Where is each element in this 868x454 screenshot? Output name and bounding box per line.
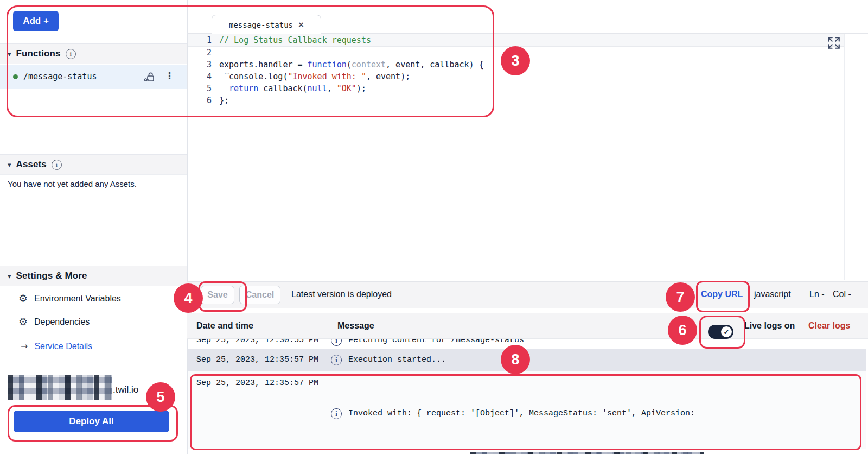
fullscreen-expand-icon[interactable]: [827, 36, 841, 50]
code-fold-marker[interactable]: …: [224, 68, 231, 75]
add-button[interactable]: Add +: [13, 11, 59, 31]
code-text: );: [356, 84, 366, 93]
protected-lock-icon[interactable]: [143, 71, 156, 84]
code-string: "OK": [337, 84, 356, 93]
code-text: callback(: [258, 84, 307, 93]
editor-status-bar: Save Cancel Latest version is deployed C…: [187, 281, 868, 308]
code-text: (: [347, 60, 352, 70]
divider: [7, 337, 181, 337]
divider: [0, 362, 187, 362]
code-text: exports.handler =: [219, 60, 308, 70]
log-row-fetching[interactable]: Sep 25, 2023, 12:30:55 PM i Fetching con…: [188, 339, 866, 349]
annotation-badge-6: 6: [668, 316, 697, 345]
annotation-badge-7: 7: [666, 282, 695, 312]
log-text: Invoked with: { request: '[Object]', Mes…: [348, 409, 695, 418]
live-logs-toggle[interactable]: ✓: [708, 325, 733, 339]
code-keyword: null: [308, 84, 327, 93]
assets-title: Assets: [16, 159, 47, 170]
save-button[interactable]: Save: [201, 286, 234, 304]
code-param: context: [352, 60, 386, 70]
code-keyword: return: [229, 84, 258, 93]
kebab-menu-icon[interactable]: ⋮: [165, 70, 174, 81]
log-message: Fetching content for /message-status: [348, 339, 524, 345]
line-number: 5: [188, 84, 219, 93]
sidebar-item-environment-variables[interactable]: ⚙ Environment Variables: [18, 293, 121, 304]
close-icon[interactable]: ×: [298, 20, 304, 29]
line-number: 1: [188, 35, 219, 45]
function-path: /message-status: [23, 72, 97, 81]
language-indicator: javascript: [754, 289, 791, 299]
chevron-down-icon[interactable]: ▾: [8, 161, 11, 169]
tab-message-status[interactable]: message-status ×: [212, 15, 321, 34]
log-time: Sep 25, 2023, 12:35:57 PM: [196, 355, 318, 364]
settings-section-header[interactable]: ▾ Settings & More: [0, 266, 187, 286]
annotation-badge-4: 4: [174, 283, 203, 313]
code-text: , event);: [366, 72, 410, 81]
cancel-button[interactable]: Cancel: [239, 286, 280, 304]
info-icon[interactable]: i: [52, 160, 62, 170]
sidebar-item-label: Dependencies: [34, 317, 90, 327]
service-details-link[interactable]: Service Details: [34, 342, 92, 351]
tab-label: message-status: [229, 21, 293, 29]
twilio-functions-editor: Add + ▾ Functions i /message-status ⋮ ▾ …: [0, 0, 868, 454]
log-row-invoked-with[interactable]: Sep 25, 2023, 12:35:57 PM i Invoked with…: [188, 371, 866, 449]
settings-title: Settings & More: [16, 270, 87, 281]
log-line: '2010-04-01', SmsSid: 'SM', SmsStatus: '…: [348, 452, 806, 454]
chevron-down-icon[interactable]: ▾: [8, 50, 11, 58]
code-comment: // Log Status Callback requests: [219, 35, 371, 45]
functions-title: Functions: [16, 48, 61, 59]
redacted-domain-name: [8, 375, 112, 400]
code-text: };: [219, 96, 229, 105]
code-line-5: 5 return callback(null, "OK");: [188, 83, 844, 94]
gear-icon: ⚙: [18, 317, 28, 327]
assets-section-header[interactable]: ▾ Assets i: [0, 154, 187, 175]
functions-section-header[interactable]: ▾ Functions i: [0, 43, 187, 64]
column-indicator: Col -: [833, 289, 851, 299]
editor-scroll-gutter[interactable]: [844, 34, 845, 280]
sidebar-item-service-details[interactable]: → Service Details: [21, 341, 92, 351]
annotation-badge-3: 3: [501, 46, 530, 75]
info-icon: i: [331, 355, 342, 365]
code-text: , event, callback) {: [386, 60, 484, 70]
sidebar-item-dependencies[interactable]: ⚙ Dependencies: [18, 317, 90, 327]
info-icon: i: [331, 408, 342, 419]
log-line: Invoked with: { request: '[Object]', Mes…: [348, 406, 806, 421]
deployed-dot-icon: [13, 74, 18, 79]
copy-url-link[interactable]: Copy URL: [701, 289, 743, 299]
log-message: Execution started...: [348, 355, 446, 364]
assets-empty-text: You have not yet added any Assets.: [8, 179, 137, 188]
line-indicator: Ln -: [809, 289, 825, 299]
line-number: 3: [188, 60, 219, 70]
log-time: Sep 25, 2023, 12:30:55 PM: [196, 339, 318, 345]
log-time: Sep 25, 2023, 12:35:57 PM: [196, 379, 318, 388]
deploy-all-button[interactable]: Deploy All: [14, 411, 169, 432]
code-keyword: function: [308, 60, 347, 70]
info-icon: i: [331, 339, 342, 346]
line-number: 4: [188, 72, 219, 81]
code-text: ,: [327, 84, 337, 93]
deploy-status-text: Latest version is deployed: [291, 289, 392, 299]
line-number: 6: [188, 96, 219, 105]
info-icon[interactable]: i: [66, 49, 76, 59]
code-line-1: 1 // Log Status Callback requests: [188, 34, 844, 47]
code-string: "Invoked with: ": [288, 72, 366, 81]
domain-suffix: .twil.io: [113, 384, 138, 395]
toggle-check-icon: ✓: [721, 326, 732, 337]
column-date-time: Date and time: [196, 321, 253, 331]
sidebar-item-label: Environment Variables: [34, 294, 121, 304]
log-message-multiline: Invoked with: { request: '[Object]', Mes…: [348, 376, 806, 454]
code-text: [219, 84, 229, 93]
annotation-badge-8: 8: [501, 345, 530, 374]
chevron-down-icon[interactable]: ▾: [8, 272, 11, 280]
column-message: Message: [337, 321, 374, 331]
live-logs-label: Live logs on: [744, 321, 795, 331]
function-item-message-status[interactable]: /message-status ⋮: [0, 65, 187, 89]
logs-header: Date and time Message ✓ Live logs on Cle…: [187, 313, 868, 339]
clear-logs-button[interactable]: Clear logs: [808, 321, 850, 331]
annotation-badge-5: 5: [146, 382, 175, 412]
gear-icon: ⚙: [18, 293, 28, 304]
line-number: 2: [188, 48, 219, 58]
arrow-right-icon: →: [21, 341, 28, 351]
code-line-6: 6 };: [188, 94, 844, 106]
